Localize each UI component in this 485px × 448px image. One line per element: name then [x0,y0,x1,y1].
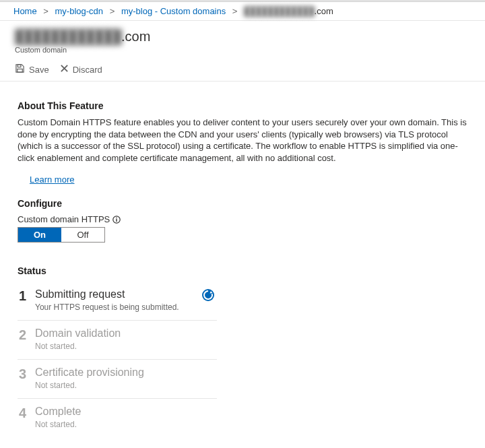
about-body: Custom Domain HTTPS feature enables you … [18,117,467,164]
status-step-number: 2 [19,327,35,351]
chevron-right-icon: > [43,6,48,16]
status-step-subtitle: Not started. [35,342,216,351]
status-step-4: 4 Complete Not started. [18,399,217,437]
configure-heading: Configure [18,198,467,209]
status-step-2: 2 Domain validation Not started. [18,321,217,360]
status-step-number: 3 [19,366,35,390]
page-subtitle: Custom domain [15,46,478,54]
status-step-subtitle: Not started. [35,381,216,390]
status-step-1: 1 Submitting request Your HTTPS request … [18,282,217,321]
https-toggle-on[interactable]: On [18,228,61,242]
svg-rect-1 [18,69,23,72]
toolbar: Save Discard [0,58,485,82]
close-icon [60,64,69,75]
status-step-number: 1 [19,288,35,312]
status-step-number: 4 [19,406,35,429]
status-step-title: Certificate provisioning [35,366,216,379]
status-step-title: Complete [35,406,216,418]
breadcrumb-cdn[interactable]: my-blog-cdn [55,6,104,16]
save-icon [15,63,25,75]
status-step-title: Submitting request [35,288,201,300]
svg-rect-4 [117,217,117,218]
chevron-right-icon: > [232,6,238,16]
https-toggle-off[interactable]: Off [61,228,104,242]
page-title-masked: ████████████ [15,29,121,44]
breadcrumb-home[interactable]: Home [13,6,37,16]
spinner-icon [201,288,216,312]
breadcrumb-current-masked: ████████████ [244,6,315,16]
https-toggle[interactable]: On Off [18,227,105,243]
svg-rect-0 [18,65,21,67]
status-step-subtitle: Not started. [35,420,216,429]
save-button[interactable]: Save [15,63,49,75]
page-header: ████████████.com Custom domain [0,20,485,58]
page-title: ████████████.com [15,29,478,44]
svg-rect-3 [117,219,117,222]
breadcrumb-current: ████████████.com [244,6,333,16]
discard-button[interactable]: Discard [60,63,102,75]
about-heading: About This Feature [18,100,467,111]
breadcrumb-custom-domains[interactable]: my-blog - Custom domains [121,6,226,16]
status-step-title: Domain validation [35,327,216,340]
configure-label: Custom domain HTTPS [18,214,467,224]
chevron-right-icon: > [110,6,115,16]
status-step-3: 3 Certificate provisioning Not started. [18,360,217,399]
learn-more-link[interactable]: Learn more [30,174,74,185]
info-icon[interactable] [112,216,121,224]
breadcrumb: Home > my-blog-cdn > my-blog - Custom do… [0,2,485,20]
status-heading: Status [18,265,467,276]
status-step-subtitle: Your HTTPS request is being submitted. [35,302,201,312]
